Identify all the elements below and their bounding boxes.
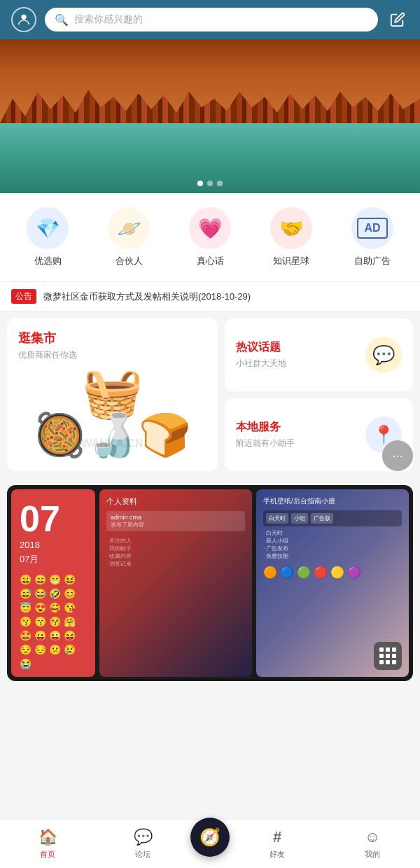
local-service-desc: 附近就有小助手 bbox=[236, 438, 295, 449]
forum-icon: 💬 bbox=[134, 828, 153, 846]
nav-item-forum[interactable]: 💬 论坛 bbox=[95, 828, 190, 860]
local-service-title: 本地服务 bbox=[236, 420, 295, 435]
nav-label-mine: 我的 bbox=[365, 849, 380, 860]
mine-icon: ☺️ bbox=[365, 828, 380, 846]
icon-item-zhenxinhua[interactable]: 💗 真心话 bbox=[175, 207, 245, 267]
icon-label-huoban: 合伙人 bbox=[115, 255, 143, 267]
icon-label-zhishiqiu: 知识星球 bbox=[273, 255, 309, 267]
post-date-card: 07 2018 07月 😀 😄 😁 😆 😅 😂 🤣 😊 😇 😍 🥰 😘 😗 😙 … bbox=[11, 489, 95, 677]
post-emojis: 😀 😄 😁 😆 😅 😂 🤣 😊 😇 😍 🥰 😘 😗 😙 😚 🤗 🤩 😛 😜 😝 … bbox=[20, 574, 87, 669]
watermark: WANKA.CN bbox=[82, 438, 144, 450]
hot-topic-desc: 小社群大天地 bbox=[236, 358, 286, 370]
nav-item-home[interactable]: 🏠 首页 bbox=[0, 828, 95, 860]
edit-icon[interactable] bbox=[386, 8, 409, 31]
search-placeholder: 搜索你感兴趣的 bbox=[74, 13, 143, 26]
icon-item-huoban[interactable]: 🪐 合伙人 bbox=[94, 207, 164, 267]
post-card-1[interactable]: 个人资料 admin cma 发布了新内容 · 关注的人 · 我的帖子 · 收藏… bbox=[99, 489, 252, 677]
post-card-text-1: 个人资料 admin cma 发布了新内容 · 关注的人 · 我的帖子 · 收藏… bbox=[99, 489, 252, 575]
icon-label-guanggao: 自助广告 bbox=[354, 255, 391, 267]
banner-dot-3 bbox=[217, 181, 223, 186]
post-card-text-2: 手机壁纸/后台指南小册 白天时 小组 广告版 · 白天时 · 新人小组 · 广告… bbox=[256, 489, 409, 586]
nav-item-friends[interactable]: # 好友 bbox=[230, 828, 325, 860]
hot-topic-title: 热议话题 bbox=[236, 340, 286, 355]
icon-circle-youxuangou: 💎 bbox=[27, 207, 69, 249]
nav-label-forum: 论坛 bbox=[135, 849, 150, 860]
icon-item-zhishiqiu[interactable]: 🤝 知识星球 bbox=[256, 207, 326, 267]
search-bar[interactable]: 🔍 搜索你感兴趣的 bbox=[45, 8, 378, 31]
banner[interactable] bbox=[0, 39, 420, 193]
card-left-market[interactable]: 逛集市 优质商家任你选 🧺 🥘🍶🍞 WANKA.CN bbox=[7, 318, 218, 471]
card-hot-topic[interactable]: 热议话题 小社群大天地 💬 bbox=[225, 318, 413, 391]
banner-dots bbox=[197, 181, 223, 186]
local-service-content: 本地服务 附近就有小助手 bbox=[236, 420, 295, 449]
floating-more-button[interactable]: ··· bbox=[382, 440, 413, 471]
notice-bar[interactable]: 公告 微梦社区金币获取方式及发帖相关说明(2018-10-29) bbox=[0, 281, 420, 312]
nav-item-mine[interactable]: ☺️ 我的 bbox=[325, 828, 420, 860]
icon-label-zhenxinhua: 真心话 bbox=[197, 255, 224, 267]
notice-tag: 公告 bbox=[11, 289, 36, 304]
home-icon: 🏠 bbox=[38, 828, 57, 846]
icon-item-guanggao[interactable]: AD 自助广告 bbox=[337, 207, 407, 267]
top-bar: 🔍 搜索你感兴趣的 bbox=[0, 0, 420, 39]
card-title-market: 逛集市 bbox=[18, 330, 206, 346]
hot-topic-content: 热议话题 小社群大天地 bbox=[236, 340, 286, 370]
post-section[interactable]: 07 2018 07月 😀 😄 😁 😆 😅 😂 🤣 😊 😇 😍 🥰 😘 😗 😙 … bbox=[7, 485, 413, 681]
post-day: 07 bbox=[20, 500, 87, 537]
nav-label-friends: 好友 bbox=[270, 849, 285, 860]
icon-circle-guanggao: AD bbox=[351, 207, 393, 249]
nav-item-discover[interactable]: 🧭 bbox=[190, 832, 230, 857]
shopping-items: 🥘🍶🍞 bbox=[18, 410, 206, 460]
nav-label-home: 首页 bbox=[40, 849, 55, 860]
post-year: 2018 bbox=[20, 540, 87, 550]
compass-icon: 🧭 bbox=[200, 827, 220, 847]
icon-item-youxuangou[interactable]: 💎 优选购 bbox=[13, 207, 83, 267]
grid-button[interactable] bbox=[374, 642, 402, 670]
ad-label: AD bbox=[357, 218, 387, 239]
svg-point-0 bbox=[21, 15, 26, 20]
chat-icon: 💬 bbox=[365, 337, 402, 373]
banner-dot-2 bbox=[207, 181, 213, 186]
icon-label-youxuangou: 优选购 bbox=[34, 255, 62, 267]
icons-section: 💎 优选购 🪐 合伙人 💗 真心话 🤝 知识星球 AD 自助广告 bbox=[0, 193, 420, 281]
friends-icon: # bbox=[273, 828, 281, 846]
post-month: 07月 bbox=[20, 553, 87, 566]
icon-circle-zhishiqiu: 🤝 bbox=[270, 207, 312, 249]
bottom-nav: 🏠 首页 💬 论坛 🧭 # 好友 ☺️ 我的 bbox=[0, 819, 420, 868]
banner-dot-1 bbox=[197, 181, 203, 186]
search-icon: 🔍 bbox=[55, 13, 69, 27]
cards-section: 逛集市 优质商家任你选 🧺 🥘🍶🍞 WANKA.CN 热议话题 小社群大天地 💬… bbox=[0, 312, 420, 478]
discover-center-button[interactable]: 🧭 bbox=[190, 818, 230, 857]
icon-circle-huoban: 🪐 bbox=[108, 207, 150, 249]
avatar-icon[interactable] bbox=[11, 7, 36, 32]
icon-circle-zhenxinhua: 💗 bbox=[189, 207, 231, 249]
notice-text: 微梦社区金币获取方式及发帖相关说明(2018-10-29) bbox=[43, 290, 251, 303]
post-card-inner-1: 个人资料 admin cma 发布了新内容 · 关注的人 · 我的帖子 · 收藏… bbox=[99, 489, 252, 677]
card-subtitle-market: 优质商家任你选 bbox=[18, 349, 206, 361]
